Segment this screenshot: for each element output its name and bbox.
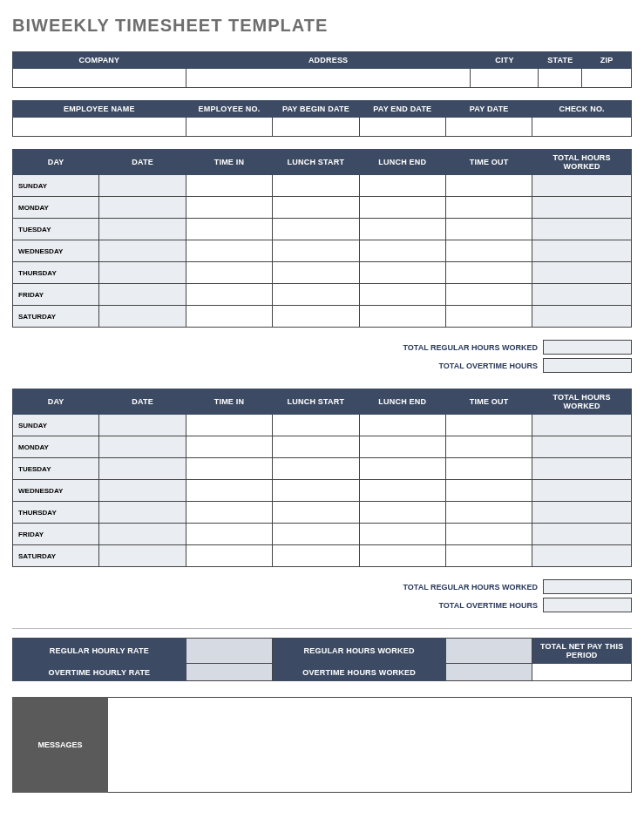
week1-cell[interactable] [445, 219, 532, 240]
employee-no-input[interactable] [186, 118, 272, 137]
week1-cell[interactable] [186, 306, 272, 328]
week1-cell[interactable] [186, 284, 272, 306]
state-input[interactable] [539, 69, 582, 88]
ot-rate-input[interactable] [186, 664, 272, 681]
week2-cell[interactable] [532, 545, 632, 567]
week1-cell[interactable] [445, 306, 532, 328]
week2-cell[interactable] [273, 480, 359, 502]
week1-cell[interactable] [532, 219, 632, 240]
week1-cell[interactable] [99, 219, 186, 240]
week2-cell[interactable] [99, 502, 186, 524]
week2-cell[interactable] [273, 415, 359, 436]
week1-cell[interactable] [532, 197, 632, 219]
week2-cell[interactable] [273, 502, 359, 524]
week2-cell[interactable] [99, 524, 186, 545]
week2-cell[interactable] [273, 458, 359, 480]
week2-cell[interactable] [186, 458, 272, 480]
week1-cell[interactable] [445, 262, 532, 284]
week2-cell[interactable] [99, 480, 186, 502]
week1-regular-value[interactable] [543, 340, 632, 355]
messages-input[interactable] [108, 697, 632, 793]
week1-cell[interactable] [273, 240, 359, 262]
week1-cell[interactable] [186, 197, 272, 219]
check-no-input[interactable] [532, 118, 632, 137]
week1-cell[interactable] [532, 240, 632, 262]
week2-cell[interactable] [273, 436, 359, 458]
address-input[interactable] [186, 69, 471, 88]
week1-cell[interactable] [273, 262, 359, 284]
week1-cell[interactable] [273, 197, 359, 219]
week2-cell[interactable] [359, 415, 445, 436]
week2-cell[interactable] [445, 415, 532, 436]
week1-cell[interactable] [532, 306, 632, 328]
week2-cell[interactable] [532, 480, 632, 502]
week2-cell[interactable] [186, 436, 272, 458]
week1-cell[interactable] [445, 284, 532, 306]
week2-cell[interactable] [273, 545, 359, 567]
week1-cell[interactable] [532, 262, 632, 284]
week2-cell[interactable] [186, 480, 272, 502]
week1-cell[interactable] [532, 175, 632, 197]
week2-cell[interactable] [445, 480, 532, 502]
week1-cell[interactable] [359, 240, 445, 262]
week2-regular-value[interactable] [543, 579, 632, 594]
week2-cell[interactable] [445, 524, 532, 545]
week2-cell[interactable] [445, 458, 532, 480]
week2-cell[interactable] [99, 436, 186, 458]
week1-cell[interactable] [532, 284, 632, 306]
week2-cell[interactable] [359, 524, 445, 545]
week2-cell[interactable] [445, 502, 532, 524]
week1-cell[interactable] [273, 175, 359, 197]
week2-cell[interactable] [532, 502, 632, 524]
week2-cell[interactable] [532, 436, 632, 458]
week2-cell[interactable] [532, 524, 632, 545]
week2-cell[interactable] [445, 545, 532, 567]
week2-cell[interactable] [359, 458, 445, 480]
week2-cell[interactable] [532, 415, 632, 436]
week1-cell[interactable] [273, 219, 359, 240]
week2-cell[interactable] [532, 458, 632, 480]
week1-cell[interactable] [273, 284, 359, 306]
reg-rate-input[interactable] [186, 639, 272, 664]
ot-hours-input[interactable] [445, 664, 532, 681]
pay-date-input[interactable] [445, 118, 532, 137]
week1-cell[interactable] [445, 240, 532, 262]
reg-hours-input[interactable] [445, 639, 532, 664]
week1-cell[interactable] [99, 306, 186, 328]
week1-cell[interactable] [445, 197, 532, 219]
week2-cell[interactable] [359, 436, 445, 458]
week1-cell[interactable] [99, 240, 186, 262]
week2-cell[interactable] [359, 502, 445, 524]
week2-cell[interactable] [445, 436, 532, 458]
week2-cell[interactable] [359, 480, 445, 502]
week1-cell[interactable] [359, 262, 445, 284]
week2-cell[interactable] [186, 524, 272, 545]
week2-cell[interactable] [359, 545, 445, 567]
week1-cell[interactable] [445, 175, 532, 197]
week1-cell[interactable] [186, 175, 272, 197]
week1-cell[interactable] [99, 175, 186, 197]
company-input[interactable] [13, 69, 186, 88]
pay-end-input[interactable] [359, 118, 445, 137]
week1-cell[interactable] [359, 175, 445, 197]
week1-cell[interactable] [99, 197, 186, 219]
week1-cell[interactable] [186, 262, 272, 284]
week1-cell[interactable] [359, 284, 445, 306]
week2-cell[interactable] [186, 502, 272, 524]
week1-overtime-value[interactable] [543, 358, 632, 373]
week1-cell[interactable] [359, 219, 445, 240]
week2-cell[interactable] [99, 415, 186, 436]
week1-cell[interactable] [99, 284, 186, 306]
week2-cell[interactable] [186, 545, 272, 567]
week2-cell[interactable] [273, 524, 359, 545]
city-input[interactable] [471, 69, 539, 88]
week2-overtime-value[interactable] [543, 598, 632, 612]
week1-cell[interactable] [99, 262, 186, 284]
zip-input[interactable] [582, 69, 632, 88]
week1-cell[interactable] [273, 306, 359, 328]
week1-cell[interactable] [359, 306, 445, 328]
week2-cell[interactable] [186, 415, 272, 436]
week1-cell[interactable] [186, 240, 272, 262]
week2-cell[interactable] [99, 458, 186, 480]
week2-cell[interactable] [99, 545, 186, 567]
